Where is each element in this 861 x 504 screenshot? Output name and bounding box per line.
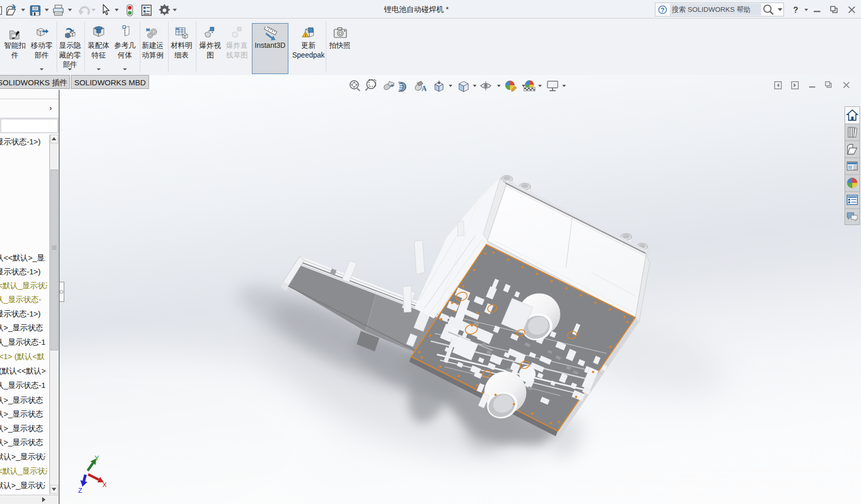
svg-text:!: !: [305, 33, 306, 38]
svg-text:Z: Z: [78, 487, 82, 494]
svg-text:?: ?: [793, 6, 798, 14]
svg-text:A: A: [422, 85, 427, 92]
svg-text:Y: Y: [95, 454, 99, 462]
svg-text:X: X: [102, 481, 107, 489]
svg-text:?: ?: [661, 7, 664, 14]
